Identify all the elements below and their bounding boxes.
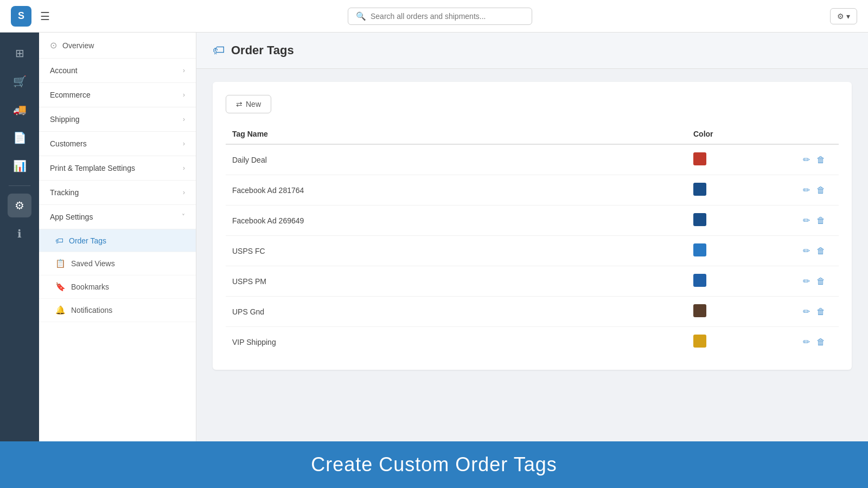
new-tag-button[interactable]: ⇄ New (226, 95, 271, 113)
edit-button[interactable]: ✏ (802, 336, 811, 348)
tag-color-cell (687, 175, 795, 206)
sidebar-subitem-order-tags[interactable]: 🏷 Order Tags (39, 229, 196, 252)
edit-button[interactable]: ✏ (802, 305, 811, 318)
color-swatch (693, 213, 706, 226)
edit-button[interactable]: ✏ (802, 275, 811, 287)
sidebar-subitem-notifications[interactable]: 🔔 Notifications (39, 299, 196, 322)
topbar-right: ⚙ ▾ (830, 8, 857, 24)
tag-actions-cell: ✏ 🗑 (795, 266, 839, 297)
dashboard-icon[interactable]: ⊞ (8, 41, 31, 65)
analytics-icon[interactable]: 📊 (8, 154, 31, 178)
topbar: S ☰ 🔍 ⚙ ▾ (0, 0, 868, 33)
customers-arrow-icon: › (183, 140, 185, 147)
delete-button[interactable]: 🗑 (815, 215, 826, 227)
table-row: VIP Shipping ✏ 🗑 (226, 327, 839, 357)
color-swatch (693, 183, 706, 196)
account-label: Account (50, 66, 78, 75)
delete-button[interactable]: 🗑 (815, 306, 826, 318)
print-template-arrow-icon: › (183, 164, 185, 172)
search-icon: 🔍 (356, 11, 366, 21)
sidebar-item-print-template[interactable]: Print & Template Settings › (39, 156, 196, 181)
sidebar-item-app-settings[interactable]: App Settings ˅ (39, 205, 196, 229)
delete-button[interactable]: 🗑 (815, 184, 826, 196)
print-template-label: Print & Template Settings (50, 164, 135, 172)
action-icons: ✏ 🗑 (802, 336, 832, 348)
edit-button[interactable]: ✏ (802, 245, 811, 257)
col-actions-header (795, 124, 839, 144)
sidebar-subitem-bookmarks[interactable]: 🔖 Bookmarks (39, 275, 196, 299)
table-row: Facebook Ad 269649 ✏ 🗑 (226, 206, 839, 236)
tag-color-cell (687, 236, 795, 266)
tag-actions-cell: ✏ 🗑 (795, 206, 839, 236)
new-tag-icon: ⇄ (236, 100, 242, 108)
notifications-icon: 🔔 (55, 305, 66, 315)
hamburger-button[interactable]: ☰ (40, 10, 50, 23)
sidebar-item-tracking[interactable]: Tracking › (39, 181, 196, 205)
sidebar-divider (9, 185, 30, 186)
tag-name-cell: Daily Deal (226, 144, 687, 175)
action-icons: ✏ 🗑 (802, 305, 832, 318)
tag-name-cell: USPS FC (226, 236, 687, 266)
color-swatch (693, 304, 706, 317)
page-title: Order Tags (231, 43, 294, 57)
tag-actions-cell: ✏ 🗑 (795, 175, 839, 206)
sidebar-item-customers[interactable]: Customers › (39, 132, 196, 156)
settings-icon[interactable]: ⚙ (8, 194, 31, 217)
footer-banner: Create Custom Order Tags (0, 441, 868, 488)
topbar-left: S ☰ (11, 6, 50, 27)
delete-button[interactable]: 🗑 (815, 245, 826, 257)
tag-actions-cell: ✏ 🗑 (795, 144, 839, 175)
tracking-label: Tracking (50, 188, 79, 197)
tag-name-cell: VIP Shipping (226, 327, 687, 357)
main-layout: ⊞ 🛒 🚚 📄 📊 ⚙ ℹ ⊙ Overview Account › Ecomm… (0, 33, 868, 441)
sidebar-item-overview[interactable]: ⊙ Overview (39, 33, 196, 59)
gear-icon: ⚙ (837, 12, 844, 21)
edit-button[interactable]: ✏ (802, 214, 811, 227)
table-row: Daily Deal ✏ 🗑 (226, 144, 839, 175)
action-icons: ✏ 🗑 (802, 275, 832, 287)
tag-name-cell: Facebook Ad 269649 (226, 206, 687, 236)
tag-color-cell (687, 266, 795, 297)
app-settings-label: App Settings (50, 213, 93, 221)
col-name-header: Tag Name (226, 124, 687, 144)
saved-views-label: Saved Views (71, 259, 115, 268)
settings-dropdown-button[interactable]: ⚙ ▾ (830, 8, 857, 24)
orders-icon[interactable]: 🛒 (8, 69, 31, 93)
edit-button[interactable]: ✏ (802, 153, 811, 166)
saved-views-icon: 📋 (55, 259, 66, 268)
shipping-label: Shipping (50, 115, 80, 124)
notifications-label: Notifications (71, 306, 112, 314)
color-swatch (693, 335, 706, 348)
tag-name-cell: UPS Gnd (226, 297, 687, 327)
edit-button[interactable]: ✏ (802, 184, 811, 196)
content-header: 🏷 Order Tags (196, 33, 868, 69)
action-icons: ✏ 🗑 (802, 214, 832, 227)
logo: S (11, 6, 31, 27)
delete-button[interactable]: 🗑 (815, 275, 826, 287)
app-settings-arrow-icon: ˅ (182, 213, 185, 221)
tag-name-cell: USPS PM (226, 266, 687, 297)
reports-icon[interactable]: 📄 (8, 126, 31, 150)
tag-color-cell (687, 206, 795, 236)
delete-button[interactable]: 🗑 (815, 154, 826, 166)
action-icons: ✏ 🗑 (802, 184, 832, 196)
tag-color-cell (687, 327, 795, 357)
sidebar-item-ecommerce[interactable]: Ecommerce › (39, 83, 196, 107)
content-area: ⇄ New Tag Name Color Daily Deal (196, 69, 868, 441)
action-icons: ✏ 🗑 (802, 153, 832, 166)
color-swatch (693, 243, 706, 256)
customers-label: Customers (50, 139, 87, 148)
sidebar-item-shipping[interactable]: Shipping › (39, 107, 196, 132)
order-tags-card: ⇄ New Tag Name Color Daily Deal (213, 82, 852, 370)
ecommerce-label: Ecommerce (50, 91, 91, 99)
sidebar-item-account[interactable]: Account › (39, 59, 196, 83)
delete-button[interactable]: 🗑 (815, 336, 826, 348)
account-arrow-icon: › (183, 67, 185, 74)
overview-label: Overview (62, 41, 94, 50)
shipping-icon[interactable]: 🚚 (8, 98, 31, 121)
sidebar-subitem-saved-views[interactable]: 📋 Saved Views (39, 252, 196, 275)
icon-sidebar: ⊞ 🛒 🚚 📄 📊 ⚙ ℹ (0, 33, 39, 441)
shipping-arrow-icon: › (183, 115, 185, 123)
info-icon[interactable]: ℹ (8, 222, 31, 246)
search-input[interactable] (371, 12, 524, 21)
